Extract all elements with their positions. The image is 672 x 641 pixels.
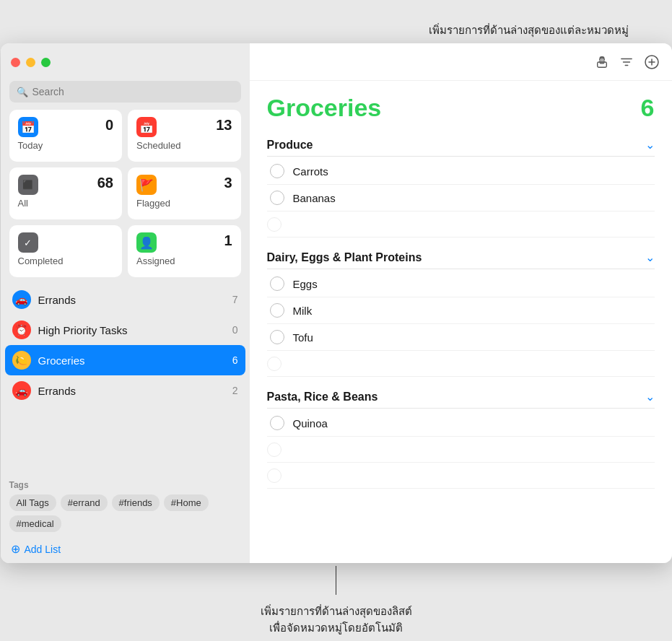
search-bar[interactable]: 🔍 [9,81,241,103]
tofu-checkbox[interactable] [270,330,284,344]
search-icon: 🔍 [17,87,28,97]
my-lists: 🚗 Errands 7 ⏰ High Priority Tasks 0 🍋 Gr… [1,284,250,474]
smart-list-scheduled[interactable]: 📅 13 Scheduled [128,110,241,162]
sidebar: 🔍 📅 0 Today 📅 13 Scheduled [1,43,250,563]
smart-list-all[interactable]: ⬛ 68 All [9,167,123,219]
close-button[interactable] [11,58,20,67]
errands2-count: 2 [232,385,238,396]
list-item-groceries[interactable]: 🍋 Groceries 6 [5,345,245,375]
eggs-checkbox[interactable] [270,276,284,291]
carrots-checkbox[interactable] [270,164,284,178]
main-body: Groceries 6 Produce ⌄ Carrots Bananas [250,81,672,563]
task-bananas: Bananas [267,185,655,212]
minimize-button[interactable] [26,58,35,67]
search-input[interactable] [32,86,234,97]
group-produce: Produce ⌄ Carrots Bananas [267,134,655,237]
tags-section: Tags All Tags #errand #friends #Home #me… [1,474,250,535]
flagged-count: 3 [224,175,232,191]
highpriority-name: High Priority Tasks [38,324,225,336]
smart-list-assigned[interactable]: 👤 1 Assigned [128,225,241,277]
task-quinoa: Quinoa [267,410,655,437]
list-title-row: Groceries 6 [267,94,655,122]
scheduled-label: Scheduled [136,140,232,151]
group-dairy-header[interactable]: Dairy, Eggs & Plant Proteins ⌄ [267,246,655,269]
task-empty-pasta2[interactable] [267,463,655,489]
smart-list-flagged[interactable]: 🚩 3 Flagged [128,167,241,219]
list-item-highpriority[interactable]: ⏰ High Priority Tasks 0 [5,315,245,345]
groceries-icon: 🍋 [12,351,31,370]
app-window: 🔍 📅 0 Today 📅 13 Scheduled [1,43,672,563]
main-toolbar [250,43,672,81]
scheduled-icon: 📅 [136,117,157,137]
add-task-button[interactable] [645,55,659,69]
annotation-line [336,566,336,595]
tag-all[interactable]: All Tags [9,494,56,511]
tofu-name: Tofu [293,331,313,344]
completed-label: Completed [18,256,114,266]
bananas-checkbox[interactable] [270,191,284,205]
smart-lists-grid: 📅 0 Today 📅 13 Scheduled ⬛ 68 All [1,110,250,284]
flagged-label: Flagged [136,198,232,209]
annotation-top: เพิ่มรายการที่ด้านล่างสุดของแต่ละหมวดหมู… [0,22,672,39]
tags-container: All Tags #errand #friends #Home #medical [9,494,241,532]
add-list-button[interactable]: ⊕ Add List [1,535,250,563]
empty-pasta1-checkbox [267,442,282,457]
errands1-name: Errands [38,294,225,306]
tag-friends[interactable]: #friends [112,494,160,511]
list-item-errands1[interactable]: 🚗 Errands 7 [5,284,245,315]
group-dairy-chevron: ⌄ [645,250,655,264]
tag-medical[interactable]: #medical [9,515,61,532]
task-empty-pasta1[interactable] [267,437,655,463]
errands1-count: 7 [232,294,238,305]
group-pasta-header[interactable]: Pasta, Rice & Beans ⌄ [267,385,655,409]
milk-checkbox[interactable] [270,303,284,318]
task-milk: Milk [267,297,655,324]
smart-list-completed[interactable]: ✓ Completed [9,225,123,277]
all-count: 68 [97,175,113,191]
group-dairy-title: Dairy, Eggs & Plant Proteins [267,251,422,264]
smart-list-today[interactable]: 📅 0 Today [9,110,123,162]
eggs-name: Eggs [293,278,318,290]
task-eggs: Eggs [267,271,655,297]
today-icon: 📅 [18,117,38,137]
assigned-label: Assigned [136,256,232,266]
group-pasta-title: Pasta, Rice & Beans [267,391,378,404]
quinoa-name: Quinoa [293,417,328,429]
tag-home[interactable]: #Home [164,494,209,511]
highpriority-icon: ⏰ [12,320,31,339]
add-list-label: Add List [25,544,61,555]
titlebar [1,43,250,81]
flagged-icon: 🚩 [136,175,157,195]
task-empty-dairy[interactable] [267,351,655,377]
all-icon: ⬛ [18,175,38,195]
list-item-errands2[interactable]: 🚗 Errands 2 [5,375,245,406]
group-produce-title: Produce [267,139,313,152]
quinoa-checkbox[interactable] [270,416,284,430]
annotation-bottom: เพิ่มรายการที่ด้านล่างสุดของลิสต์ เพื่อจ… [261,603,412,636]
group-produce-header[interactable]: Produce ⌄ [267,134,655,157]
groceries-count: 6 [232,354,238,366]
highpriority-count: 0 [232,324,238,336]
maximize-button[interactable] [41,58,51,67]
group-pasta-chevron: ⌄ [645,390,655,404]
errands2-icon: 🚗 [12,381,31,400]
share-button[interactable] [595,56,608,69]
filter-button[interactable] [620,56,633,69]
errands2-name: Errands [38,385,225,397]
scheduled-count: 13 [216,117,232,134]
tag-errand[interactable]: #errand [61,494,108,511]
task-carrots: Carrots [267,158,655,185]
carrots-name: Carrots [293,165,328,178]
assigned-icon: 👤 [136,232,157,253]
task-tofu: Tofu [267,324,655,351]
list-total: 6 [641,94,655,122]
completed-icon: ✓ [18,232,38,253]
tags-label: Tags [9,480,241,490]
empty-dairy-checkbox [267,357,282,371]
all-label: All [18,198,114,209]
add-list-icon: ⊕ [11,542,20,556]
task-empty-produce[interactable] [267,212,655,237]
milk-name: Milk [293,305,313,317]
bananas-name: Bananas [293,192,336,204]
groceries-name: Groceries [38,354,225,367]
